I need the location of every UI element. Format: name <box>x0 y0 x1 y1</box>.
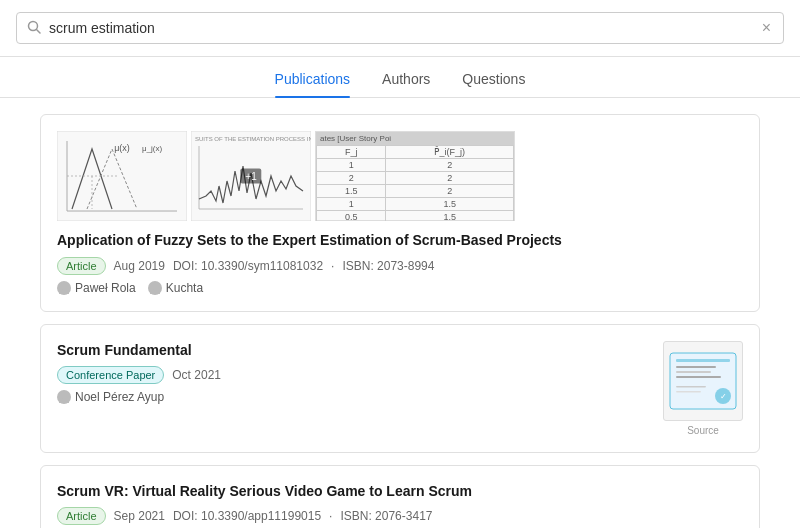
card-date: Oct 2021 <box>172 368 221 382</box>
article-badge: Article <box>57 507 106 525</box>
result-card: Scrum VR: Virtual Reality Serious Video … <box>40 465 760 528</box>
card-doi: DOI: 10.3390/app11199015 <box>173 509 321 523</box>
author-item: Kuchta <box>148 281 203 295</box>
card-title: Scrum Fundamental <box>57 341 663 361</box>
card-meta: Article Aug 2019 DOI: 10.3390/sym1108103… <box>57 257 743 275</box>
svg-rect-19 <box>676 371 711 373</box>
svg-rect-20 <box>676 376 721 378</box>
tab-authors[interactable]: Authors <box>382 71 430 97</box>
card-date: Aug 2019 <box>114 259 165 273</box>
svg-text:μ(x): μ(x) <box>114 143 130 153</box>
svg-text:✓: ✓ <box>720 392 727 401</box>
search-clear-button[interactable]: × <box>760 19 773 37</box>
results-list: μ(x) μ_j(x) SUITS OF THE ESTIMATION PROC… <box>0 98 800 528</box>
result-card: Scrum Fundamental Conference Paper Oct 2… <box>40 324 760 453</box>
svg-rect-18 <box>676 366 716 368</box>
tab-publications[interactable]: Publications <box>275 71 351 97</box>
table-image: ates [User Story Poi F_jP̂_i(F_j) 12 22 … <box>315 131 515 221</box>
author-avatar <box>148 281 162 295</box>
card-title: Scrum VR: Virtual Reality Serious Video … <box>57 482 743 502</box>
result-card: μ(x) μ_j(x) SUITS OF THE ESTIMATION PROC… <box>40 114 760 312</box>
authors-list: Paweł Rola Kuchta <box>57 281 743 295</box>
source-image: ✓ <box>663 341 743 421</box>
svg-rect-17 <box>676 359 730 362</box>
wavy-chart-image: SUITS OF THE ESTIMATION PROCESS IN THE C… <box>191 131 311 221</box>
source-wrapper: ✓ Source <box>663 341 743 436</box>
author-name: Paweł Rola <box>75 281 136 295</box>
fuzzy-chart-image: μ(x) μ_j(x) <box>57 131 187 221</box>
svg-point-14 <box>152 283 158 289</box>
author-avatar <box>57 281 71 295</box>
card-sep: · <box>329 509 332 523</box>
author-avatar <box>57 390 71 404</box>
authors-list: Noel Pérez Ayup <box>57 390 663 404</box>
card-isbn-val: ISBN: 2076-3417 <box>340 509 432 523</box>
svg-point-15 <box>61 392 67 398</box>
search-icon <box>27 20 41 37</box>
card-meta: Conference Paper Oct 2021 <box>57 366 663 384</box>
card-content: Scrum Fundamental Conference Paper Oct 2… <box>57 341 663 405</box>
card-isbn: · <box>331 259 334 273</box>
card-title: Application of Fuzzy Sets to the Expert … <box>57 231 743 251</box>
author-name: Noel Pérez Ayup <box>75 390 164 404</box>
card-meta: Article Sep 2021 DOI: 10.3390/app1119901… <box>57 507 743 525</box>
source-label: Source <box>687 425 719 436</box>
search-bar: × <box>16 12 784 44</box>
svg-line-1 <box>37 29 41 33</box>
search-bar-container: × <box>0 0 800 57</box>
card-isbn-val: ISBN: 2073-8994 <box>342 259 434 273</box>
svg-text:μ_j(x): μ_j(x) <box>142 144 163 153</box>
card-date: Sep 2021 <box>114 509 165 523</box>
svg-rect-24 <box>676 391 701 393</box>
svg-point-13 <box>61 283 67 289</box>
svg-text:SUITS OF THE ESTIMATION PROCES: SUITS OF THE ESTIMATION PROCESS IN THE C… <box>195 136 311 142</box>
image-count-badge: +1 <box>240 169 261 184</box>
author-name: Kuchta <box>166 281 203 295</box>
tab-questions[interactable]: Questions <box>462 71 525 97</box>
tabs: Publications Authors Questions <box>0 57 800 98</box>
search-input[interactable] <box>49 20 760 36</box>
conference-badge: Conference Paper <box>57 366 164 384</box>
card-doi: DOI: 10.3390/sym11081032 <box>173 259 323 273</box>
author-item: Noel Pérez Ayup <box>57 390 164 404</box>
svg-rect-23 <box>676 386 706 388</box>
author-item: Paweł Rola <box>57 281 136 295</box>
article-badge: Article <box>57 257 106 275</box>
card-images: μ(x) μ_j(x) SUITS OF THE ESTIMATION PROC… <box>57 131 743 221</box>
card-body-row: Scrum Fundamental Conference Paper Oct 2… <box>57 341 743 436</box>
